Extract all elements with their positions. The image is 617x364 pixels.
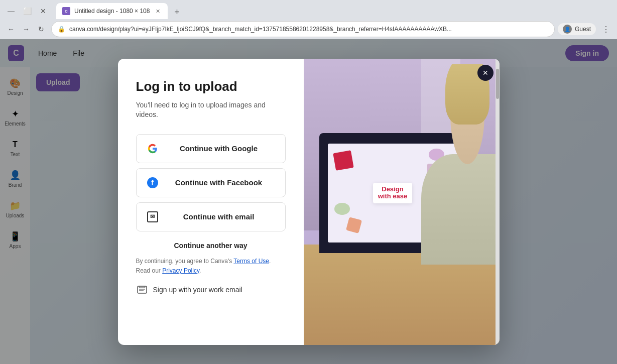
window-maximize[interactable]: ⬜ [20, 4, 34, 18]
window-close[interactable]: ✕ [36, 4, 50, 18]
google-button-label: Continue with Google [161, 144, 277, 153]
facebook-auth-button[interactable]: f Continue with Facebook [136, 168, 286, 197]
email-icon: ✉ [145, 209, 161, 225]
modal-close-button[interactable]: ✕ [477, 65, 493, 81]
shape-green-circle [334, 203, 350, 215]
person-body [421, 154, 500, 264]
window-controls: — ⬜ ✕ [4, 4, 50, 18]
work-email-label: Sign up with your work email [153, 286, 242, 294]
back-button[interactable]: ← [4, 22, 18, 36]
modal-title: Log in to upload [136, 79, 286, 94]
privacy-policy-link[interactable]: Privacy Policy [162, 267, 199, 274]
google-icon [145, 141, 161, 157]
laptop-scene: Design with ease [304, 59, 500, 345]
legal-text: By continuing, you agree to Canva's Term… [136, 257, 286, 276]
email-auth-button[interactable]: ✉ Continue with email [136, 202, 286, 231]
scrollbar-track [496, 59, 500, 345]
secure-icon: 🔒 [58, 26, 65, 33]
tab-close-button[interactable]: ✕ [154, 7, 162, 15]
guest-avatar-icon: 👤 [563, 25, 572, 34]
email-button-label: Continue with email [161, 212, 277, 221]
design-text-line2: with ease [378, 193, 408, 200]
facebook-button-label: Continue with Facebook [161, 178, 277, 187]
browser-toolbar: ← → ↻ 🔒 canva.com/design/play?ui=eyJFIjp… [0, 19, 617, 39]
shape-orange-rect [346, 217, 362, 234]
work-email-icon [136, 284, 148, 296]
scrollbar-thumb[interactable] [496, 69, 499, 99]
tab-title: Untitled design - 1080 × 108 [74, 8, 150, 15]
browser-chrome: — ⬜ ✕ C Untitled design - 1080 × 108 ✕ +… [0, 0, 617, 39]
new-tab-button[interactable]: + [170, 5, 184, 19]
address-bar[interactable]: 🔒 canva.com/design/play?ui=eyJFIjp7IkE_l… [51, 21, 555, 37]
shape-red-star [333, 150, 354, 171]
person-figure [402, 64, 500, 265]
modal-right-panel: Design with ease [304, 59, 500, 345]
design-text-line1: Design [378, 186, 408, 193]
design-text-box: Design with ease [373, 183, 413, 203]
modal-left-panel: Log in to upload You'll need to log in t… [118, 59, 304, 345]
svg-rect-1 [139, 286, 145, 288]
google-auth-button[interactable]: Continue with Google [136, 134, 286, 163]
guest-button[interactable]: 👤 Guest [558, 23, 596, 35]
tab-bar: C Untitled design - 1080 × 108 ✕ + [56, 3, 184, 19]
address-text: canva.com/design/play?ui=eyJFIjp7IkE_ljo… [69, 26, 548, 33]
work-email-row[interactable]: Sign up with your work email [136, 284, 286, 296]
browser-titlebar: — ⬜ ✕ C Untitled design - 1080 × 108 ✕ + [0, 0, 617, 19]
browser-menu-button[interactable]: ⋮ [599, 22, 613, 36]
refresh-button[interactable]: ↻ [34, 22, 48, 36]
modal-overlay: Log in to upload You'll need to log in t… [0, 39, 617, 364]
terms-of-use-link[interactable]: Terms of Use [233, 258, 269, 265]
nav-buttons: ← → ↻ [4, 22, 48, 36]
forward-button[interactable]: → [19, 22, 33, 36]
svg-marker-4 [334, 152, 353, 169]
active-tab[interactable]: C Untitled design - 1080 × 108 ✕ [56, 3, 168, 19]
window-minimize[interactable]: — [4, 4, 18, 18]
guest-label: Guest [575, 26, 591, 33]
app-background: C Home File Sign in 🎨 Design ✦ Elements … [0, 39, 617, 364]
continue-another-way[interactable]: Continue another way [136, 236, 286, 257]
facebook-icon: f [145, 175, 161, 191]
login-modal: Log in to upload You'll need to log in t… [118, 59, 500, 345]
tab-favicon: C [62, 7, 70, 15]
modal-subtitle: You'll need to log in to upload images a… [136, 100, 286, 120]
